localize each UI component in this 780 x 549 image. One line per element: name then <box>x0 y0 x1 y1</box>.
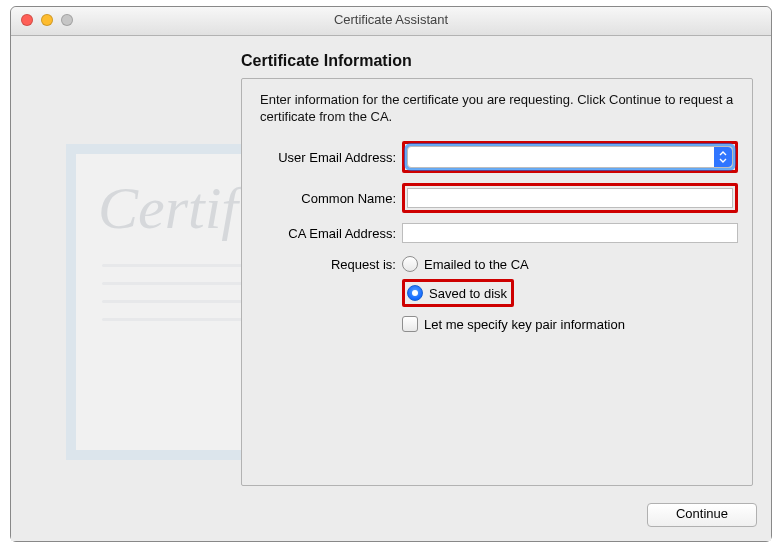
chevron-down-icon <box>714 147 732 167</box>
radio-saved-label: Saved to disk <box>429 286 507 301</box>
highlight-common-name <box>402 183 738 213</box>
content-area: Certificate Certificate Information Ente… <box>11 36 771 541</box>
label-ca-email: CA Email Address: <box>256 226 402 241</box>
radio-emailed-label: Emailed to the CA <box>424 257 529 272</box>
row-saved: Saved to disk <box>256 279 738 307</box>
radio-emailed[interactable]: Emailed to the CA <box>402 253 529 275</box>
radio-saved[interactable]: Saved to disk <box>405 282 511 304</box>
row-ca-email: CA Email Address: <box>256 223 738 243</box>
label-common-name: Common Name: <box>256 191 402 206</box>
row-let-me-specify: Let me specify key pair information <box>256 313 738 335</box>
user-email-combobox[interactable] <box>407 146 733 168</box>
ca-email-input[interactable] <box>402 223 738 243</box>
form-panel: Enter information for the certificate yo… <box>241 78 753 486</box>
continue-button[interactable]: Continue <box>647 503 757 527</box>
row-user-email: User Email Address: <box>256 141 738 173</box>
radio-circle-icon <box>402 256 418 272</box>
label-user-email: User Email Address: <box>256 150 402 165</box>
common-name-input[interactable] <box>407 188 733 208</box>
page-heading: Certificate Information <box>241 52 412 70</box>
highlight-user-email <box>402 141 738 173</box>
window-title: Certificate Assistant <box>11 12 771 27</box>
checkbox-let-me-specify-label: Let me specify key pair information <box>424 317 625 332</box>
label-request-is: Request is: <box>256 257 402 272</box>
row-request-is: Request is: Emailed to the CA <box>256 253 738 275</box>
radio-selected-icon <box>407 285 423 301</box>
checkbox-let-me-specify[interactable]: Let me specify key pair information <box>402 313 625 335</box>
title-bar: Certificate Assistant <box>11 7 771 36</box>
checkbox-icon <box>402 316 418 332</box>
highlight-saved: Saved to disk <box>402 279 514 307</box>
row-common-name: Common Name: <box>256 183 738 213</box>
intro-text: Enter information for the certificate yo… <box>260 91 734 125</box>
window-frame: Certificate Assistant Certificate Certif… <box>10 6 772 542</box>
